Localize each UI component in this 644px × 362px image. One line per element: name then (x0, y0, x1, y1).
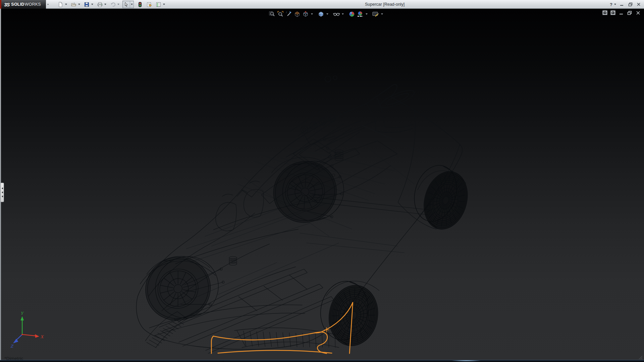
taskbar-separator (301, 360, 301, 362)
solidworks-window: 3S SOLID WORKS (0, 0, 644, 362)
triad-z-label: Z (10, 344, 14, 349)
section-view-button[interactable] (293, 10, 301, 18)
brand-text-works: WORKS (25, 2, 41, 7)
dropdown-arrow-icon (311, 13, 313, 15)
chevron-right-icon (48, 4, 49, 5)
triad-y-label: Y (20, 311, 24, 316)
open-button[interactable] (70, 1, 77, 8)
dropdown-arrow-icon (326, 13, 328, 15)
new-document-icon (58, 2, 63, 7)
file-properties-button[interactable] (146, 1, 153, 8)
triad-x-label: X (41, 335, 44, 339)
help-dropdown[interactable] (614, 4, 616, 5)
file-properties-icon (146, 2, 152, 7)
hide-show-items-dropdown[interactable] (341, 10, 344, 18)
pane-collapse-left-button[interactable] (602, 10, 607, 15)
pane-expand-right-button[interactable] (610, 10, 615, 15)
print-icon (97, 2, 103, 7)
options-button[interactable] (155, 1, 162, 8)
view-settings-icon (372, 11, 379, 17)
select-dropdown[interactable] (130, 1, 133, 8)
minimize-icon (620, 2, 624, 6)
apply-scene-dropdown[interactable] (365, 10, 368, 18)
taskbar-edge[interactable] (0, 360, 644, 362)
featuremanager-collapsed-tab[interactable] (1, 183, 4, 202)
resize-grip[interactable] (638, 355, 643, 359)
rebuild-traffic-light-icon (138, 2, 142, 7)
new-document-button[interactable] (57, 1, 64, 8)
print-button[interactable] (96, 1, 103, 8)
view-orientation-button[interactable] (302, 10, 309, 18)
headsup-view-toolbar (268, 10, 384, 18)
new-document-dropdown[interactable] (64, 1, 68, 8)
appearance-sphere-icon (348, 11, 355, 17)
dropdown-arrow-icon (104, 4, 106, 5)
dropdown-arrow-icon (65, 4, 67, 5)
undo-button[interactable] (109, 1, 116, 8)
display-style-dropdown[interactable] (326, 10, 329, 18)
hide-show-items-button[interactable] (333, 10, 340, 18)
dassault-logo-icon: 3S (4, 2, 9, 7)
doc-minimize-button[interactable] (619, 10, 624, 15)
open-icon (71, 2, 77, 7)
dropdown-arrow-icon (78, 4, 80, 5)
standard-toolbar (57, 1, 166, 8)
display-style-icon (318, 11, 324, 17)
select-cursor-icon (123, 2, 129, 7)
print-dropdown[interactable] (103, 1, 107, 8)
taskbar-separator (179, 360, 179, 362)
previous-view-icon (285, 11, 292, 17)
save-button[interactable] (83, 1, 90, 8)
close-button[interactable] (636, 2, 641, 7)
zoom-to-fit-button[interactable] (268, 10, 276, 18)
dropdown-arrow-icon (366, 13, 368, 15)
apply-scene-button[interactable] (357, 10, 364, 18)
pane-right-icon (612, 12, 613, 13)
zoom-to-area-button[interactable] (277, 10, 284, 18)
view-orientation-dropdown[interactable] (310, 10, 314, 18)
solidworks-logo: 3S SOLID WORKS (0, 0, 46, 9)
checker-base (358, 16, 363, 17)
select-button[interactable] (123, 1, 130, 8)
edit-appearance-button[interactable] (348, 10, 356, 18)
save-icon (84, 2, 90, 7)
undo-icon (110, 2, 116, 7)
doc-close-button[interactable] (635, 10, 641, 15)
document-window-controls (602, 10, 641, 15)
undo-dropdown[interactable] (116, 1, 120, 8)
taskbar-separator (223, 360, 223, 362)
save-dropdown[interactable] (90, 1, 94, 8)
wireframe-car-model[interactable]: Y X Z (0, 9, 644, 360)
help-button[interactable]: ? (610, 2, 612, 7)
triangle-left-icon (2, 191, 3, 193)
zoom-to-area-icon (277, 11, 284, 17)
triangle-left-icon (2, 195, 3, 197)
restore-button[interactable] (628, 2, 633, 7)
doc-restore-button[interactable] (627, 10, 632, 15)
graphics-viewport[interactable]: Y X Z *Dimetric (0, 9, 644, 360)
restore-icon (628, 2, 633, 6)
minimize-icon (619, 11, 624, 15)
dropdown-arrow-icon (117, 4, 119, 5)
rebuild-button[interactable] (136, 1, 143, 8)
open-dropdown[interactable] (77, 1, 81, 8)
toolbar-expand-button[interactable] (46, 1, 50, 7)
orientation-triad: Y X Z (10, 311, 44, 349)
dropdown-arrow-icon (131, 4, 133, 5)
display-style-button[interactable] (317, 10, 325, 18)
section-view-icon (294, 11, 301, 17)
dropdown-arrow-icon (91, 4, 93, 5)
view-settings-dropdown[interactable] (380, 10, 384, 18)
car-wheels (135, 148, 475, 350)
close-icon (637, 2, 641, 6)
triangle-left-icon (2, 187, 3, 189)
options-dropdown[interactable] (162, 1, 166, 8)
zoom-to-fit-icon (269, 11, 275, 17)
previous-view-button[interactable] (285, 10, 292, 18)
taskbar-separator (82, 360, 82, 362)
dropdown-arrow-icon (342, 13, 344, 15)
view-orientation-icon (302, 11, 309, 17)
eyeglasses-icon (333, 11, 340, 17)
minimize-button[interactable] (619, 2, 625, 7)
view-settings-button[interactable] (372, 10, 379, 18)
